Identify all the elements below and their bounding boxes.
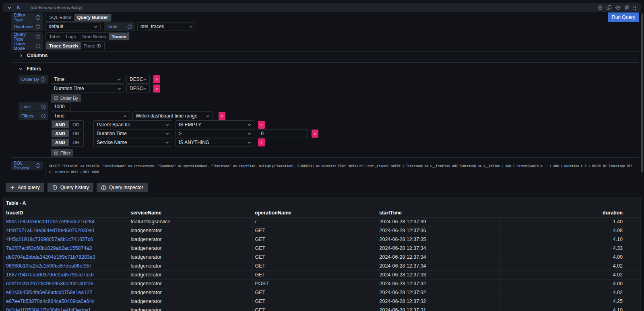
- info-icon[interactable]: i: [41, 77, 45, 82]
- filter-field-select[interactable]: Service Name: [93, 138, 172, 147]
- add-order-by-button[interactable]: Order By: [51, 94, 81, 102]
- trace-id-link[interactable]: 96968b10fa2b2c1590bc67dea06ef35f: [6, 263, 91, 269]
- option-or[interactable]: OR: [69, 139, 83, 146]
- trace-id-link[interactable]: 8d1de1f2f53041f7c304b1e4b43edce1: [6, 307, 91, 311]
- add-filter-button[interactable]: Filter: [51, 149, 73, 157]
- column-header-operationname[interactable]: operationName: [252, 208, 377, 217]
- option-time-series[interactable]: Time Series: [78, 33, 109, 40]
- query-footer-buttons: Add queryQuery historyQuery inspector: [6, 183, 641, 192]
- trace-id-link[interactable]: 7a2f07ecf63c60b1029ab2ac155874a2: [6, 245, 92, 251]
- info-icon[interactable]: i: [36, 15, 40, 20]
- option-or[interactable]: OR: [69, 130, 83, 137]
- order-by-direction-select[interactable]: DESC: [126, 75, 150, 84]
- limit-input[interactable]: [51, 102, 71, 111]
- cell-servicename: loadgenerator: [128, 279, 252, 288]
- trace-id-link[interactable]: e91c3645f04fa5e58adcd0758e1ea127: [6, 290, 92, 295]
- option-or[interactable]: OR: [69, 121, 83, 128]
- chevron-down-icon: [248, 123, 251, 127]
- option-and[interactable]: AND: [52, 130, 69, 137]
- trace-id-link[interactable]: 4f497571a618e364ed7ded60752030e0: [6, 228, 94, 233]
- filter-operator-select[interactable]: >: [175, 129, 254, 138]
- option-trace-search[interactable]: Trace Search: [46, 42, 81, 49]
- query-history-button[interactable]: Query history: [47, 183, 93, 192]
- eye-icon[interactable]: [615, 5, 621, 10]
- option-query-builder[interactable]: Query Builder: [74, 14, 111, 21]
- button-label: Query history: [60, 185, 89, 190]
- info-icon[interactable]: i: [36, 163, 40, 168]
- cell-operationname: GET: [252, 306, 377, 311]
- column-header-traceid[interactable]: traceID: [4, 208, 128, 217]
- and-or-toggle: ANDOR: [51, 138, 84, 147]
- filter-operator-select[interactable]: IS ANYTHING: [175, 138, 254, 147]
- filters-section-header[interactable]: Filters: [19, 65, 632, 72]
- query-type-label: Query Type i: [11, 32, 43, 41]
- database-select[interactable]: default: [45, 22, 101, 31]
- option-sql-editor[interactable]: SQL Editor: [46, 14, 74, 21]
- record-icon[interactable]: [597, 5, 603, 10]
- trace-id-link[interactable]: 62df1ec9a29728c9e29536c20d140226: [6, 281, 93, 286]
- filter-field-select[interactable]: Time: [51, 111, 130, 120]
- query-row-header[interactable]: A (clickhouse-observability): [3, 3, 641, 12]
- remove-filter-button[interactable]: [312, 130, 318, 138]
- scrollbar-thumb[interactable]: [641, 13, 643, 173]
- info-icon[interactable]: i: [36, 25, 40, 29]
- query-inspector-button[interactable]: Query inspector: [97, 183, 148, 192]
- info-icon[interactable]: i: [36, 35, 40, 39]
- circle-plus-icon: [54, 150, 58, 155]
- info-icon[interactable]: i: [36, 44, 40, 48]
- cell-servicename: featureflagservice: [128, 217, 252, 226]
- trash-icon[interactable]: [624, 5, 630, 10]
- option-traces[interactable]: Traces: [109, 33, 129, 40]
- filter-operator-select-value: Within dashboard time range: [136, 113, 197, 119]
- table-select-value: otel_traces: [140, 24, 164, 29]
- option-logs[interactable]: Logs: [63, 33, 79, 40]
- option-table[interactable]: Table: [46, 33, 63, 40]
- trace-id-link[interactable]: e67ee7b53870d4c864ca50409ca0e64c: [6, 299, 95, 304]
- filter-value-input[interactable]: [258, 129, 308, 138]
- order-by-field-select[interactable]: Duration Time: [51, 84, 124, 93]
- info-icon[interactable]: i: [41, 114, 45, 118]
- run-query-button[interactable]: Run Query: [608, 12, 639, 22]
- column-header-starttime[interactable]: startTime: [377, 208, 499, 217]
- table-row: 1887794f7eaa6037d0e2a4579bcd7acbloadgene…: [4, 270, 640, 279]
- trace-id-link[interactable]: 89dc7e8c6060c0d12de7e9b50c216284: [6, 219, 95, 224]
- cell-operationname: GET: [252, 270, 377, 279]
- remove-filter-button[interactable]: [258, 138, 265, 146]
- trace-id-link[interactable]: 1887794f7eaa6037d0e2a4579bcd7acb: [6, 272, 94, 278]
- cell-operationname: POST: [252, 279, 377, 288]
- table-row: 89dc7e8c6060c0d12de7e9b50c216284featuref…: [4, 217, 640, 226]
- order-by-direction-select[interactable]: DESC: [126, 84, 150, 93]
- column-header-duration[interactable]: duration: [499, 208, 640, 217]
- sql-preview-label: SQL Preview i: [11, 161, 43, 170]
- option-and[interactable]: AND: [52, 139, 69, 146]
- plus-icon: [10, 185, 15, 190]
- cell-servicename: loadgenerator: [128, 270, 252, 279]
- filter-field-select[interactable]: Parent Span ID: [93, 120, 172, 129]
- trace-id-cell: 89dc7e8c6060c0d12de7e9b50c216284: [4, 217, 128, 226]
- and-or-toggle: ANDOR: [51, 120, 84, 129]
- columns-section-header[interactable]: Columns: [11, 51, 639, 60]
- filter-operator-select[interactable]: Within dashboard time range: [132, 111, 213, 120]
- remove-order-by-button[interactable]: [153, 75, 160, 83]
- add-query-button[interactable]: Add query: [6, 183, 44, 192]
- trace-id-link[interactable]: db9704a2bbda34204d159c71b78283e3: [6, 254, 95, 260]
- table-select[interactable]: otel_traces: [137, 22, 196, 31]
- button-label: Filter: [60, 150, 70, 155]
- trace-id-link[interactable]: 4f45c21918c73698057a8b1c741657c6: [6, 237, 93, 242]
- order-by-group: Order By i TimeDESCDuration TimeDESCOrde…: [19, 75, 632, 102]
- option-and[interactable]: AND: [52, 121, 69, 128]
- drag-handle-icon[interactable]: [633, 5, 637, 10]
- filter-operator-select[interactable]: IS EMPTY: [175, 120, 254, 129]
- column-header-servicename[interactable]: serviceName: [128, 208, 252, 217]
- order-by-field-select[interactable]: Time: [51, 75, 124, 84]
- duplicate-icon[interactable]: [606, 5, 612, 10]
- filter-field-select[interactable]: Duration Time: [93, 129, 172, 138]
- option-trace-id[interactable]: Trace ID: [81, 42, 104, 49]
- info-icon[interactable]: i: [128, 25, 132, 29]
- remove-filter-button[interactable]: [219, 112, 225, 120]
- info-icon[interactable]: i: [41, 105, 45, 109]
- remove-filter-button[interactable]: [258, 121, 265, 129]
- filter-field-select-value: Duration Time: [97, 131, 127, 136]
- collapse-chevron-icon[interactable]: [7, 6, 12, 10]
- remove-order-by-button[interactable]: [153, 84, 160, 93]
